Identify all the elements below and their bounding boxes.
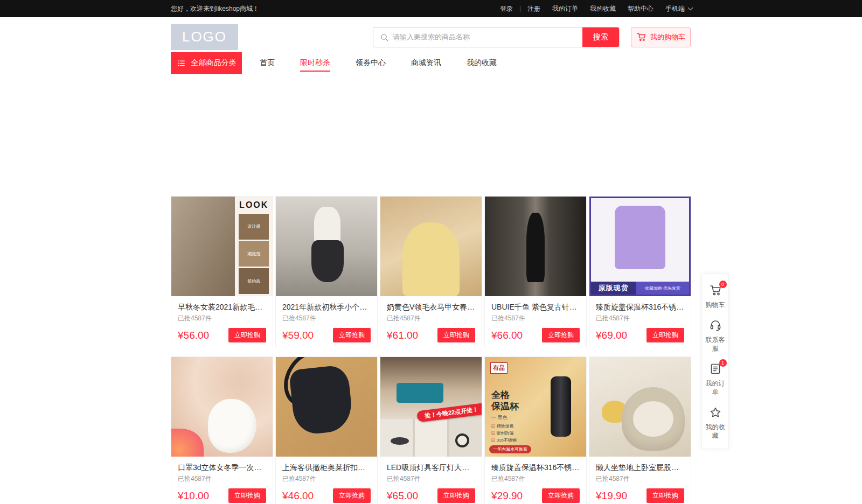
tab-my-favorites[interactable]: 我的收藏 <box>467 52 497 74</box>
product-price: ¥66.00 <box>491 330 523 341</box>
product-sold-count: 已抢4587件 <box>178 314 266 323</box>
category-list-icon <box>177 59 186 68</box>
float-orders-item[interactable]: 1 我的订单 <box>702 358 728 402</box>
cart-icon <box>636 32 646 42</box>
buy-now-button[interactable]: 立即抢购 <box>437 488 475 503</box>
product-card[interactable]: LOOK 设计感 潮流范 简约风 早秋冬女装2021新款毛衣盐系... 已抢45… <box>171 196 273 347</box>
mobile-link[interactable]: 手机端 <box>665 4 691 13</box>
image-banner: 原版现货 收藏加购 优先发货 <box>591 282 689 295</box>
tab-flash-sale[interactable]: 限时秒杀 <box>300 52 330 74</box>
product-sold-count: 已抢4587件 <box>178 474 266 484</box>
product-grid: LOOK 设计感 潮流范 简约风 早秋冬女装2021新款毛衣盐系... 已抢45… <box>171 196 691 504</box>
buy-now-button[interactable]: 立即抢购 <box>646 488 684 503</box>
warranty-badge: 一年内漏水可换新 <box>489 445 531 453</box>
product-image: 有品 全格 保温杯 黑色 精致便携 密封防漏 316不锈钢 一年内漏水可换新 <box>485 357 586 457</box>
buy-now-button[interactable]: 立即抢购 <box>333 328 371 342</box>
tab-mall-news[interactable]: 商城资讯 <box>411 52 441 74</box>
product-price: ¥10.00 <box>178 490 209 502</box>
product-sold-count: 已抢4587件 <box>387 474 475 484</box>
tab-coupon-center[interactable]: 领券中心 <box>356 52 386 74</box>
search-bar: 搜索 <box>373 27 620 47</box>
register-link[interactable]: 注册 <box>527 4 540 13</box>
product-image <box>171 357 273 457</box>
product-title: 上海客供撤柜奥莱折扣店outlets <box>282 462 371 473</box>
color-label: 黑色 <box>491 414 508 421</box>
product-price: ¥59.00 <box>282 330 314 341</box>
buy-now-button[interactable]: 立即抢购 <box>437 328 475 342</box>
product-sold-count: 已抢4587件 <box>596 474 684 484</box>
image-tag: 简约风 <box>239 268 269 294</box>
chevron-down-icon <box>688 5 693 10</box>
star-icon <box>709 406 722 419</box>
product-card[interactable]: 有品 全格 保温杯 黑色 精致便携 密封防漏 316不锈钢 一年内漏水可换新 臻… <box>484 356 587 504</box>
bag-shape <box>289 364 354 436</box>
search-button[interactable]: 搜索 <box>582 27 619 47</box>
product-card[interactable]: 奶黄色V领毛衣马甲女春秋慵懒... 已抢4587件 ¥61.00 立即抢购 <box>380 196 482 347</box>
brand-badge: 有品 <box>490 362 508 374</box>
product-title: 早秋冬女装2021新款毛衣盐系... <box>178 302 266 312</box>
image-title: 全格 保温杯 <box>491 389 519 412</box>
search-input[interactable] <box>373 27 582 47</box>
help-center-link[interactable]: 帮助中心 <box>628 4 654 13</box>
product-image: LOOK 设计感 潮流范 简约风 <box>171 197 273 296</box>
product-price: ¥61.00 <box>387 330 418 341</box>
product-card[interactable]: 原版现货 收藏加购 优先发货 臻质旋盖保温杯316不锈钢内胆... 已抢4587… <box>589 196 691 347</box>
product-title: 2021年新款初秋季小个子马甲... <box>282 302 371 312</box>
buy-now-button[interactable]: 立即抢购 <box>542 488 580 503</box>
buy-now-button[interactable]: 立即抢购 <box>333 488 371 503</box>
product-sold-count: 已抢4587件 <box>282 474 371 484</box>
all-categories-button[interactable]: 全部商品分类 <box>171 52 242 74</box>
float-service-item[interactable]: 联系客服 <box>702 314 728 358</box>
login-link[interactable]: 登录 <box>500 4 513 13</box>
buy-now-button[interactable]: 立即抢购 <box>228 488 266 503</box>
float-cart-label: 购物车 <box>705 300 726 309</box>
buy-now-button[interactable]: 立即抢购 <box>646 328 684 342</box>
product-title: 口罩3d立体女冬季一次性口罩 <box>178 462 266 473</box>
search-icon <box>380 33 389 42</box>
my-cart-button[interactable]: 我的购物车 <box>631 27 691 47</box>
tab-home[interactable]: 首页 <box>260 52 275 74</box>
product-title: 奶黄色V领毛衣马甲女春秋慵懒... <box>387 302 475 312</box>
headset-icon <box>709 319 722 332</box>
image-tag: 潮流范 <box>239 241 269 267</box>
product-title: LED吸顶灯具客厅灯大灯主卧... <box>387 462 475 473</box>
product-sold-count: 已抢4587件 <box>491 474 580 484</box>
float-favorites-label: 我的收藏 <box>705 423 726 440</box>
product-sold-count: 已抢4587件 <box>596 314 684 323</box>
product-image: 抢！今晚22点开抢！ <box>380 357 482 457</box>
logo[interactable]: LOGO <box>171 24 238 50</box>
figure-shape <box>526 213 545 283</box>
product-sold-count: 已抢4587件 <box>387 314 475 323</box>
product-card[interactable]: 上海客供撤柜奥莱折扣店outlets 已抢4587件 ¥46.00 立即抢购 <box>275 356 378 504</box>
buy-now-button[interactable]: 立即抢购 <box>228 328 266 342</box>
product-image <box>485 197 586 296</box>
my-favorites-link[interactable]: 我的收藏 <box>590 4 616 13</box>
product-title: UBUIE千鱼 紫色复古针织衫马... <box>491 302 580 312</box>
seckill-product-section: LOOK 设计感 潮流范 简约风 早秋冬女装2021新款毛衣盐系... 已抢45… <box>171 196 691 504</box>
float-cart-item[interactable]: 0 购物车 <box>702 279 728 314</box>
cart-count-badge: 0 <box>719 281 727 288</box>
sofa-shape <box>397 383 443 403</box>
mask-shape <box>208 399 256 453</box>
float-favorites-item[interactable]: 我的收藏 <box>702 402 728 445</box>
top-bar: 您好，欢迎来到likeshop商城！ 登录 | 注册 我的订单 我的收藏 帮助中… <box>0 0 862 17</box>
float-orders-label: 我的订单 <box>705 379 726 396</box>
my-orders-link[interactable]: 我的订单 <box>552 4 578 13</box>
product-price: ¥65.00 <box>387 490 418 502</box>
banner-text: 原版现货 <box>591 282 636 295</box>
divider: | <box>519 5 521 12</box>
product-image: 原版现货 收藏加购 优先发货 <box>589 197 691 296</box>
buy-now-button[interactable]: 立即抢购 <box>542 328 580 342</box>
vest-shape <box>615 206 666 269</box>
product-image <box>276 197 377 296</box>
main-nav: 全部商品分类 首页 限时秒杀 领券中心 商城资讯 我的收藏 <box>0 52 862 74</box>
vest-shape <box>402 222 459 296</box>
product-card[interactable]: UBUIE千鱼 紫色复古针织衫马... 已抢4587件 ¥66.00 立即抢购 <box>484 196 587 347</box>
product-card[interactable]: 抢！今晚22点开抢！ LED吸顶灯具客厅灯大灯主卧... 已抢4587件 ¥65… <box>380 356 482 504</box>
product-card[interactable]: 2021年新款初秋季小个子马甲... 已抢4587件 ¥59.00 立即抢购 <box>275 196 378 347</box>
product-card[interactable]: 口罩3d立体女冬季一次性口罩 已抢4587件 ¥10.00 立即抢购 <box>171 356 273 504</box>
product-price: ¥69.00 <box>596 330 627 341</box>
product-title: 臻质旋盖保温杯316不锈钢内胆... <box>491 462 580 473</box>
orders-count-badge: 1 <box>719 359 727 367</box>
product-card[interactable]: 懒人坐垫地上卧室屁股垫子办... 已抢4587件 ¥19.90 立即抢购 <box>589 356 691 504</box>
